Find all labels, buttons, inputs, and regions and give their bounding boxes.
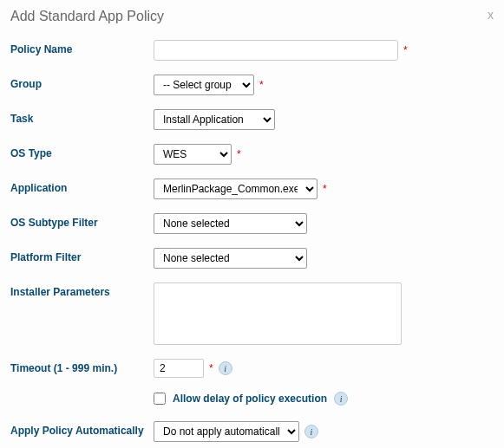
- allow-delay-checkbox[interactable]: [154, 393, 166, 405]
- policy-name-label: Policy Name: [10, 40, 154, 55]
- dialog-title: Add Standard App Policy: [10, 9, 164, 24]
- os-subtype-filter-select[interactable]: None selected: [154, 213, 307, 234]
- required-mark: *: [323, 183, 327, 195]
- application-label: Application: [10, 179, 154, 194]
- required-mark: *: [259, 79, 264, 91]
- task-label: Task: [10, 109, 154, 125]
- timeout-input[interactable]: [154, 359, 204, 378]
- required-mark: *: [237, 148, 241, 160]
- add-standard-app-policy-dialog: Add Standard App Policy x Policy Name * …: [0, 0, 504, 448]
- required-mark: *: [209, 362, 213, 374]
- task-select[interactable]: Install Application: [154, 109, 275, 130]
- policy-form: Policy Name * Group -- Select group -- *…: [10, 40, 494, 448]
- platform-filter-label: Platform Filter: [10, 248, 154, 263]
- close-icon[interactable]: x: [488, 9, 494, 21]
- installer-parameters-textarea[interactable]: [154, 282, 402, 345]
- allow-delay-label: Allow delay of policy execution: [173, 393, 327, 405]
- group-select[interactable]: -- Select group --: [154, 75, 254, 95]
- required-mark: *: [403, 44, 408, 56]
- info-icon[interactable]: i: [219, 361, 232, 375]
- os-type-label: OS Type: [10, 144, 154, 159]
- apply-policy-select[interactable]: Do not apply automatically: [154, 421, 299, 442]
- apply-policy-label: Apply Policy Automatically: [10, 421, 154, 437]
- info-icon[interactable]: i: [304, 425, 318, 438]
- timeout-label: Timeout (1 - 999 min.): [10, 359, 154, 374]
- os-type-select[interactable]: WES: [154, 144, 232, 165]
- installer-parameters-label: Installer Parameters: [10, 282, 154, 298]
- os-subtype-filter-label: OS Subtype Filter: [10, 213, 154, 229]
- application-select[interactable]: MerlinPackage_Common.exe (Loc: [154, 179, 317, 199]
- info-icon[interactable]: i: [334, 392, 348, 406]
- policy-name-input[interactable]: [154, 40, 398, 61]
- group-label: Group: [10, 75, 154, 90]
- dialog-header: Add Standard App Policy x: [10, 9, 494, 24]
- platform-filter-select[interactable]: None selected: [154, 248, 307, 269]
